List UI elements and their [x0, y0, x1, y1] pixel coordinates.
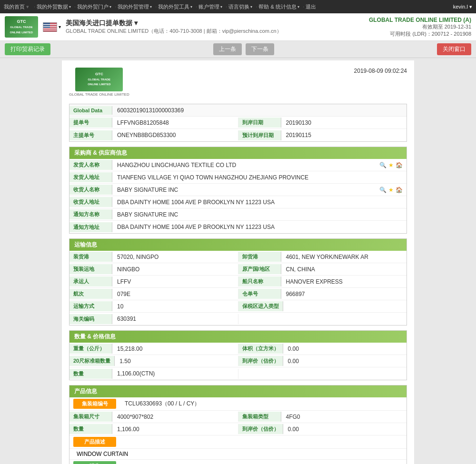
quantity-col-value: 0.00 — [283, 344, 407, 354]
est-arrive-label: 预计到岸日期 — [238, 130, 281, 140]
nav-language[interactable]: 语言切换 ▾ — [228, 3, 252, 10]
shipping-col-value: CN, CHINA — [281, 265, 407, 274]
product-section: 产品信息 集装箱编号 TCLU6330693（00 / L / CY） 集装箱尺… — [69, 385, 407, 464]
shipper-field-value: BABY SIGNATURE INC — [112, 210, 407, 219]
close-button-top[interactable]: 关闭窗口 — [437, 43, 471, 55]
product-qty-row: 数量 1,106.00 到岸价（估价） 0.00 — [69, 423, 407, 435]
quantity-col-label: 数量 — [69, 369, 112, 379]
nav-foreign-mgmt[interactable]: 我的外贸管理 ▾ — [118, 3, 152, 10]
search-icon[interactable]: 🔍 — [379, 162, 387, 168]
next-button-top[interactable]: 下一条 — [246, 43, 274, 55]
shipping-field-row: 承运人LFFV船只名称HANOVER EXPRESS — [69, 276, 407, 288]
prev-button-top[interactable]: 上一条 — [213, 43, 242, 55]
logo-area: GTCGLOBAL TRADEONLINE LIMITED ▾ — [5, 16, 61, 38]
container-size-value: 4000*907*802 — [112, 412, 238, 422]
bill-no-value: LFFVNGB81205848 — [112, 118, 238, 128]
doc-datetime: 2019-08-09 09:02:24 — [354, 68, 407, 74]
shipper-field-row: 发货人地址TIANFENG VILLAGE YI QIAO TOWN HANGZ… — [69, 171, 407, 184]
shipper-field-row: 通知方名称BABY SIGNATURE INC — [69, 208, 407, 221]
shipper-section: 采购商 & 供应商信息 发货人名称HANGZHOU LINGCHUANG TEX… — [69, 147, 407, 234]
shipping-section-title: 运输信息 — [69, 239, 407, 251]
shipper-field-row: 收货人名称BABY SIGNATURE INC🔍★🏠 — [69, 184, 407, 196]
header-subtitle: GLOBAL TRADE ONLINE LIMITED（电话：400-710-3… — [66, 28, 282, 35]
home-icon[interactable]: 🏠 — [396, 187, 403, 193]
product-qty-value: 1,106.00 — [112, 425, 238, 434]
header-right: GLOBAL TRADE ONLINE LIMITED (A) 有效期至 201… — [369, 17, 471, 38]
shipping-field-row: 运输方式10保税区进入类型 — [69, 300, 407, 313]
shipping-col-value: 966897 — [281, 289, 407, 299]
shipper-field-label: 收货人地址 — [69, 197, 112, 207]
shipping-col-label: 运输方式 — [69, 301, 112, 311]
logo: GTCGLOBAL TRADEONLINE LIMITED — [5, 16, 38, 38]
shipping-col-value: HANOVER EXPRESS — [281, 277, 407, 286]
quantity-col-label: 20尺标准箱数量 — [69, 356, 115, 366]
shipping-section: 运输信息 装货港57020, NINGPO卸货港4601, NEW YORK/N… — [69, 238, 407, 326]
est-arrive-value: 20190115 — [281, 130, 407, 140]
quantity-section-title: 数量 & 价格信息 — [69, 331, 407, 343]
right-company-name: GLOBAL TRADE ONLINE LIMITED (A) — [369, 17, 471, 23]
search-icon[interactable]: 🔍 — [379, 187, 387, 193]
shipping-field-row: 海关编码630391 — [69, 313, 407, 325]
product-price-label: 到岸价（估价） — [238, 424, 283, 434]
quantity-field-row: 重量（公斤）15,218.00体积（立方米）0.00 — [69, 343, 407, 355]
container-no-row: 集装箱编号 TCLU6330693（00 / L / CY） — [69, 397, 407, 411]
quantity-col-label: 重量（公斤） — [69, 344, 112, 354]
global-data-panel: Global Data 600320190131000003369 提单号 LF… — [69, 104, 407, 142]
nav-home[interactable]: 我的首页 ▾ — [4, 3, 30, 10]
shipper-field-label: 发货人地址 — [69, 172, 112, 182]
shipping-field-row: 航次079E仓单号966897 — [69, 288, 407, 300]
top-navigation: 我的首页 ▾ · 我的外贸数据 ▾ · 我的外贸门户 ▾ · 我的外贸管理 ▾ … — [0, 0, 476, 13]
shipper-field-label: 发货人名称 — [69, 160, 112, 170]
nav-help[interactable]: 帮助 & 统计信息 ▾ — [258, 3, 299, 10]
quantity-field-row: 20尺标准箱数量1.50到岸价（估价）0.00 — [69, 355, 407, 367]
shipper-field-row: 通知方地址DBA DAINTY HOME 1004 AVE P BROOKLYN… — [69, 221, 407, 233]
star-icon[interactable]: ★ — [388, 162, 394, 168]
shipper-field-value: BABY SIGNATURE INC — [112, 185, 379, 195]
expire-date: 有效期至 2019-12-31 — [369, 23, 471, 30]
shipping-col-label: 卸货港 — [238, 252, 281, 262]
product-desc-row: 产品描述 — [69, 435, 407, 449]
quantity-rows: 重量（公斤）15,218.00体积（立方米）0.0020尺标准箱数量1.50到岸… — [69, 343, 407, 380]
product-desc-label: 产品描述 — [73, 437, 116, 447]
shipper-field-label: 通知方名称 — [69, 209, 112, 219]
shipping-col-value: 57020, NINGPO — [112, 252, 238, 262]
nav-foreign-portal[interactable]: 我的外贸门户 ▾ — [77, 3, 111, 10]
nav-account[interactable]: 账户管理 ▾ — [198, 3, 222, 10]
shipping-col-label: 承运人 — [69, 276, 112, 286]
shipping-rows: 装货港57020, NINGPO卸货港4601, NEW YORK/NEWARK… — [69, 251, 407, 325]
main-bill-row: 主提单号 ONEYNB8BGD853300 预计到岸日期 20190115 — [69, 129, 407, 141]
star-icon[interactable]: ★ — [388, 187, 394, 193]
home-icon[interactable]: 🏠 — [396, 162, 403, 168]
shipper-field-label: 收货人名称 — [69, 185, 112, 195]
shipping-col-value — [283, 305, 407, 308]
shipping-col-label: 预装运地 — [69, 264, 112, 274]
page-title[interactable]: 美国海关进口提单数据 ▾ — [66, 19, 282, 28]
shipping-col-label: 原产国/地区 — [238, 264, 281, 274]
marks-label: 唛头 — [73, 461, 116, 464]
container-type-label: 集装箱类型 — [238, 412, 281, 422]
shipper-field-value: TIANFENG VILLAGE YI QIAO TOWN HANGZHOU Z… — [112, 173, 407, 182]
print-button-top[interactable]: 打印贸易记录 — [5, 43, 50, 55]
nav-foreign-tools[interactable]: 我的外贸工具 ▾ — [158, 3, 192, 10]
global-data-value: 600320190131000003369 — [112, 106, 188, 115]
top-toolbar: 打印贸易记录 上一条 下一条 关闭窗口 — [0, 41, 476, 58]
shipping-col-label: 仓单号 — [238, 289, 281, 299]
shipping-field-row: 预装运地NINGBO原产国/地区CN, CHINA — [69, 263, 407, 276]
ldr-info: 可用时段 (LDR)：200712 - 201908 — [369, 30, 471, 38]
container-no-label: 集装箱编号 — [73, 399, 116, 409]
arrive-date-label: 到岸日期 — [238, 118, 281, 128]
nav-logout[interactable]: 退出 — [306, 3, 316, 10]
shipping-col-label: 装货港 — [69, 252, 112, 262]
quantity-col-value: 1.50 — [115, 356, 238, 366]
quantity-col-value — [238, 372, 407, 375]
container-type-value: 4FG0 — [281, 412, 407, 422]
product-price-value: 0.00 — [283, 425, 407, 434]
shipper-field-value: DBA DAINTY HOME 1004 AVE P BROOKLYN NY 1… — [112, 197, 407, 207]
shipper-field-row: 收货人地址DBA DAINTY HOME 1004 AVE P BROOKLYN… — [69, 196, 407, 208]
arrive-date-value: 20190130 — [281, 118, 407, 128]
doc-logo: GTCGLOBAL TRADEONLINE LIMITED GLOBAL TRA… — [69, 68, 129, 97]
quantity-col-value: 15,218.00 — [112, 344, 238, 354]
shipper-field-value: DBA DAINTY HOME 1004 AVE P BROOKLYN NY 1… — [112, 222, 407, 232]
nav-trade-data[interactable]: 我的外贸数据 ▾ — [37, 3, 71, 10]
shipper-field-value: HANGZHOU LINGCHUANG TEXTILE CO LTD — [112, 160, 379, 170]
